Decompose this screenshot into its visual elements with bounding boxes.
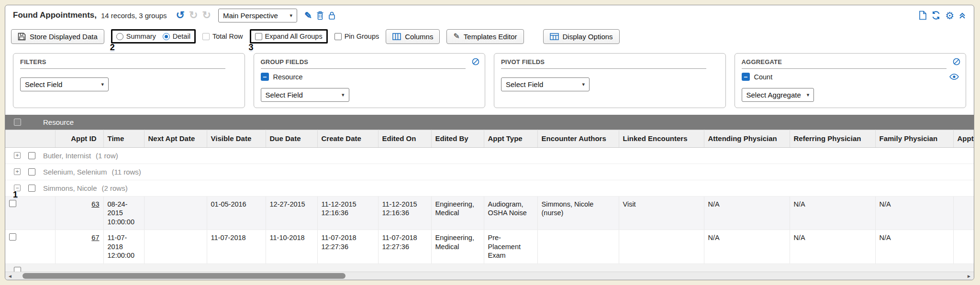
cell-referring-physician: N/A [790, 230, 875, 264]
col-header-referring-physician[interactable]: Referring Physician [790, 130, 875, 147]
filters-field-select[interactable]: Select Field ▾ [20, 77, 109, 91]
pivot-fields-panel: PIVOT FIELDS Select Field ▾ [494, 53, 726, 108]
new-document-icon[interactable] [919, 11, 927, 20]
clear-aggregate-icon[interactable] [953, 58, 960, 66]
refresh-disabled-icon[interactable]: ↻ [202, 10, 211, 21]
cell-attending-physician: N/A [704, 230, 790, 264]
group-count: (2 rows) [102, 184, 128, 192]
row-checkbox[interactable] [9, 233, 16, 241]
col-header-next-apt-date[interactable]: Next Apt Date [144, 130, 207, 147]
pencil-icon: ✎ [453, 33, 459, 40]
remove-aggregate-icon[interactable]: − [742, 73, 750, 81]
appt-id-link[interactable]: 67 [91, 234, 99, 241]
gear-icon[interactable]: ⚙ [945, 11, 954, 21]
group-checkbox[interactable] [28, 168, 35, 175]
expand-all-groups-checkbox[interactable] [255, 33, 262, 40]
lock-icon[interactable] [328, 11, 335, 20]
col-header-encounter-authors[interactable]: Encounter Authors [537, 130, 619, 147]
filters-panel: FILTERS Select Field ▾ [13, 53, 245, 108]
cell-visible-date: 01-05-2016 [207, 196, 266, 230]
filters-title: FILTERS [20, 58, 225, 69]
col-header-linked-encounters[interactable]: Linked Encounters [619, 130, 704, 147]
group-count: (11 rows) [111, 168, 141, 176]
scrollbar-thumb[interactable] [22, 273, 345, 279]
cell-edited-by: Engineering, Medical [431, 196, 484, 230]
col-header-edited-by[interactable]: Edited By [431, 130, 484, 147]
group-checkbox[interactable] [28, 185, 35, 192]
clear-group-fields-icon[interactable] [472, 58, 479, 66]
group-field-chip: − Resource [261, 73, 479, 81]
redo-icon[interactable]: ↻ [189, 10, 198, 21]
expand-icon[interactable]: + [14, 152, 21, 159]
delete-perspective-icon[interactable] [316, 11, 324, 20]
appointments-grid: Resource Appt ID Time Next Apt Date Visi… [5, 115, 974, 272]
summary-radio-group: Summary [116, 33, 156, 40]
col-header-appt-id[interactable]: Appt ID [55, 130, 103, 147]
aggregate-title: AGGREGATE [742, 58, 947, 69]
eye-icon[interactable] [949, 74, 959, 80]
annotation-step-3: 3 [249, 43, 254, 53]
annotation-step-1: 1 [13, 190, 18, 200]
col-header-appt-reason[interactable]: Appt Re [953, 130, 974, 147]
footer-checkbox[interactable] [14, 267, 21, 272]
col-header-attending-physician[interactable]: Attending Physician [704, 130, 790, 147]
columns-button[interactable]: Columns [386, 29, 440, 44]
cell-family-physician: N/A [875, 196, 953, 230]
row-checkbox[interactable] [9, 200, 16, 207]
scroll-right-icon[interactable]: ► [967, 273, 971, 280]
templates-editor-label: Templates Editor [464, 33, 517, 41]
collapse-panel-icon[interactable] [958, 11, 966, 19]
col-header-family-physician[interactable]: Family Physician [875, 130, 953, 147]
group-checkbox[interactable] [28, 152, 35, 159]
group-row-selenium: + Selenium, Selenium (11 rows) [5, 164, 974, 180]
pin-groups-label: Pin Groups [345, 33, 379, 40]
col-header-time[interactable]: Time [103, 130, 144, 147]
columns-icon [392, 33, 401, 40]
chevron-down-icon: ▾ [342, 92, 345, 98]
select-all-checkbox[interactable] [14, 119, 21, 126]
cell-edited-on: 11-12-2015 12:16:36 [378, 196, 431, 230]
record-summary: 14 records, 3 groups [101, 11, 167, 20]
group-fields-select[interactable]: Select Field ▾ [261, 88, 349, 102]
display-options-button[interactable]: Display Options [543, 29, 620, 44]
store-displayed-data-label: Store Displayed Data [30, 33, 98, 41]
total-row-checkbox[interactable] [202, 33, 210, 40]
templates-editor-button[interactable]: ✎ Templates Editor [446, 29, 523, 44]
group-name: Simmons, Nicole [43, 184, 97, 192]
col-header-appt-type[interactable]: Appt Type [484, 130, 537, 147]
edit-perspective-icon[interactable]: ✎ [304, 11, 312, 20]
cell-appt-type: Pre-Placement Exam [484, 230, 537, 264]
table-row: 67 11-07-2018 12:00:00 11-07-2018 11-10-… [5, 230, 974, 264]
expand-all-groups-control: Expand All Groups [255, 33, 323, 40]
remove-group-field-icon[interactable]: − [261, 73, 269, 81]
pivot-fields-select[interactable]: Select Field ▾ [501, 77, 590, 91]
cell-linked-encounters: Visit [619, 196, 704, 230]
table-row: 63 08-24-2015 10:00:00 01-05-2016 12-27-… [5, 196, 974, 230]
columns-button-label: Columns [405, 33, 433, 41]
appt-id-link[interactable]: 63 [91, 200, 99, 208]
col-header-due-date[interactable]: Due Date [266, 130, 317, 147]
detail-radio[interactable] [163, 33, 170, 40]
cell-edited-on: 11-07-2018 12:27:36 [378, 230, 431, 264]
undo-icon[interactable]: ↺ [176, 10, 185, 21]
col-header-edited-on[interactable]: Edited On [378, 130, 431, 147]
expand-all-groups-label: Expand All Groups [265, 33, 323, 40]
appointments-table: Resource Appt ID Time Next Apt Date Visi… [5, 115, 974, 272]
col-header-visible-date[interactable]: Visible Date [207, 130, 266, 147]
horizontal-scrollbar[interactable]: ◄ ► [5, 272, 974, 280]
detail-radio-label: Detail [173, 33, 190, 40]
sync-icon[interactable] [931, 11, 941, 20]
store-displayed-data-button[interactable]: Store Displayed Data [11, 29, 104, 44]
pin-groups-checkbox[interactable] [334, 33, 342, 40]
scroll-left-icon[interactable]: ◄ [8, 273, 12, 280]
chevron-down-icon: ▾ [582, 81, 585, 88]
perspective-select[interactable]: Main Perspective ▾ [218, 9, 297, 22]
aggregate-select[interactable]: Select Aggregate ▾ [742, 88, 814, 102]
perspective-value: Main Perspective [223, 11, 278, 20]
chevron-down-icon: ▾ [101, 81, 104, 88]
col-header-create-date[interactable]: Create Date [317, 130, 378, 147]
page-title: Found Appointments, [13, 11, 97, 20]
expand-icon[interactable]: + [14, 168, 21, 175]
toolbar: Store Displayed Data Summary Detail 2 To… [5, 25, 974, 47]
summary-radio[interactable] [116, 33, 123, 40]
